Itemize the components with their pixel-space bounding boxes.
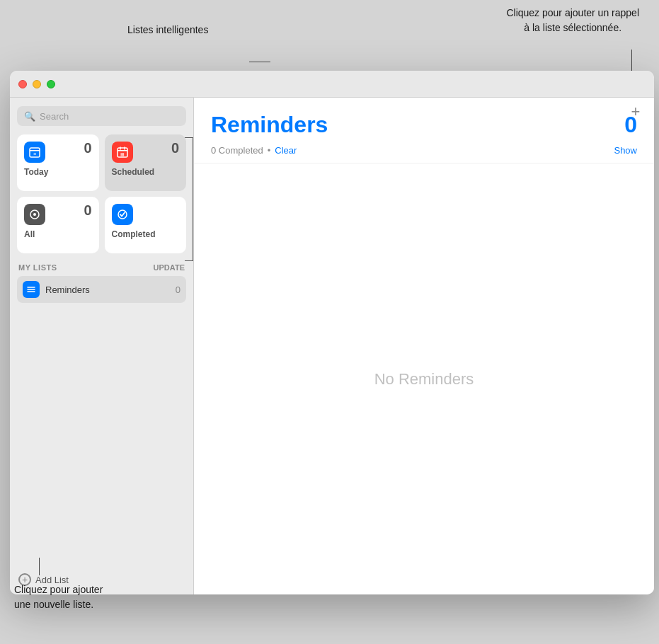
- annotation-line-top-left-h: [249, 62, 270, 62]
- annotation-add-reminder: Cliquez pour ajouter un rappel à la list…: [506, 6, 639, 35]
- add-list-label: Add List: [35, 575, 69, 585]
- all-count: 0: [84, 202, 91, 219]
- my-lists-title: My Lists: [18, 263, 57, 272]
- update-button[interactable]: UPDATE: [154, 263, 185, 272]
- search-placeholder: Search: [40, 111, 69, 122]
- today-count: 0: [84, 140, 91, 156]
- sidebar-bottom: + Add List: [17, 566, 186, 594]
- my-lists-header: My Lists UPDATE: [17, 263, 186, 272]
- main-subheader: 0 Completed • Clear Show: [211, 145, 637, 156]
- all-label: All: [24, 229, 92, 239]
- svg-text:▦: ▦: [120, 152, 125, 156]
- annotation-smart-lists: Listes intelligentes: [127, 23, 208, 38]
- add-list-icon: +: [18, 573, 31, 586]
- add-reminder-button[interactable]: +: [626, 102, 646, 122]
- scheduled-count: 0: [171, 140, 179, 156]
- sidebar: 🔍 Search ≡ 0 Today: [10, 98, 194, 594]
- app-body: 🔍 Search ≡ 0 Today: [10, 98, 654, 594]
- clear-button[interactable]: Clear: [275, 145, 297, 156]
- main-header-top: Reminders 0: [211, 112, 637, 138]
- smart-lists-grid: ≡ 0 Today ▦: [17, 134, 186, 253]
- smart-list-all[interactable]: 0 All: [17, 197, 99, 253]
- svg-text:≡: ≡: [33, 151, 36, 156]
- reminders-list-name: Reminders: [45, 284, 170, 295]
- app-window: 🔍 Search ≡ 0 Today: [10, 71, 654, 594]
- completed-icon: [112, 204, 133, 225]
- minimize-button[interactable]: [33, 80, 41, 88]
- all-icon: [24, 204, 45, 225]
- empty-state-text: No Reminders: [374, 370, 474, 389]
- svg-point-9: [33, 213, 36, 216]
- reminders-list-count: 0: [176, 284, 180, 295]
- svg-rect-4: [118, 150, 127, 151]
- scheduled-icon: ▦: [112, 142, 133, 163]
- smart-list-today[interactable]: ≡ 0 Today: [17, 134, 99, 191]
- completed-text: 0 Completed: [211, 145, 263, 156]
- list-item-reminders[interactable]: Reminders 0: [17, 276, 186, 303]
- today-icon: ≡: [24, 142, 45, 163]
- smart-list-completed[interactable]: Completed: [105, 197, 187, 253]
- main-content: + Reminders 0 0 Completed • Clear Show: [194, 98, 654, 594]
- completed-info: 0 Completed • Clear: [211, 145, 297, 156]
- close-button[interactable]: [18, 80, 27, 88]
- search-icon: 🔍: [24, 111, 35, 122]
- maximize-button[interactable]: [47, 80, 55, 88]
- traffic-lights: [18, 80, 55, 88]
- search-bar[interactable]: 🔍 Search: [17, 106, 186, 126]
- scheduled-label: Scheduled: [112, 167, 180, 177]
- completed-label: Completed: [112, 229, 180, 239]
- smart-list-scheduled[interactable]: ▦ 0 Scheduled: [105, 134, 187, 191]
- main-header: Reminders 0 0 Completed • Clear Show: [194, 98, 654, 163]
- main-body: No Reminders: [194, 163, 654, 594]
- add-list-button[interactable]: + Add List: [18, 573, 185, 586]
- reminders-list-icon: [23, 281, 40, 298]
- separator: •: [268, 145, 271, 156]
- list-title: Reminders: [211, 112, 328, 138]
- show-button[interactable]: Show: [614, 145, 637, 156]
- today-label: Today: [24, 167, 92, 177]
- title-bar: [10, 71, 654, 98]
- annotation-line-bottom-left: [39, 558, 40, 575]
